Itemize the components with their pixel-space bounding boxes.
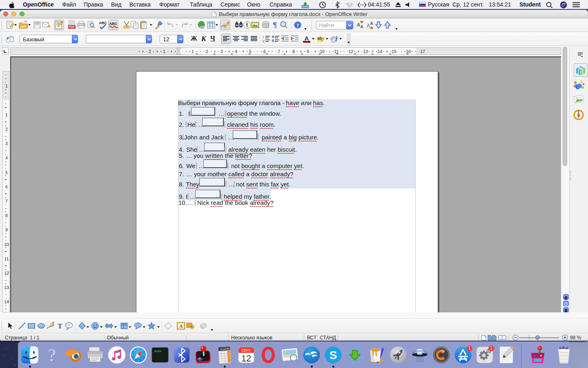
svg-text:PDF: PDF	[69, 25, 75, 29]
svg-text:¶: ¶	[273, 21, 277, 29]
svg-text:1: 1	[490, 346, 492, 350]
svg-text:?: ?	[296, 22, 299, 28]
svg-text:A: A	[305, 35, 309, 42]
svg-text:ABC: ABC	[109, 22, 117, 26]
svg-text:A: A	[357, 22, 361, 28]
svg-text:A: A	[370, 21, 373, 26]
svg-text:СЕНТ.: СЕНТ.	[241, 348, 251, 352]
svg-text:I: I	[263, 35, 264, 39]
svg-text:N: N	[578, 110, 579, 112]
svg-text:A: A	[367, 23, 370, 29]
svg-text:A: A	[179, 323, 183, 329]
svg-text:II: II	[263, 39, 265, 43]
svg-text:ABC: ABC	[99, 21, 107, 25]
svg-text:1: 1	[468, 346, 471, 350]
svg-text:T: T	[58, 322, 62, 330]
svg-text:12: 12	[241, 353, 251, 364]
svg-text:?: ?	[48, 346, 56, 364]
svg-text:S: S	[330, 349, 337, 361]
svg-text:A: A	[360, 25, 363, 29]
svg-text:exec: exec	[154, 350, 162, 353]
